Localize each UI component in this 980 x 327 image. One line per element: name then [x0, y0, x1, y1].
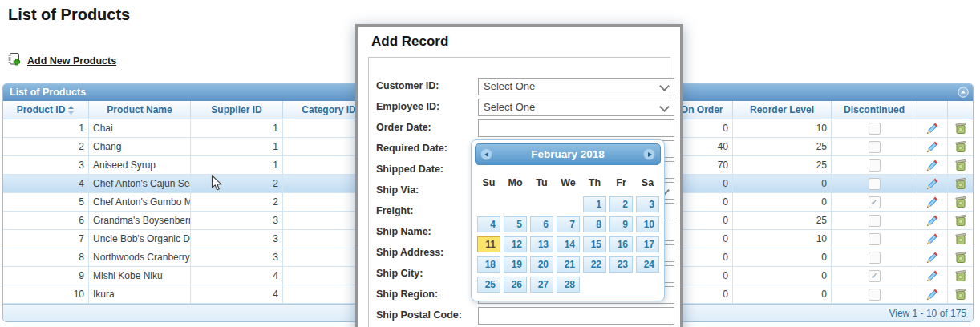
- discontinued-checkbox[interactable]: [869, 141, 881, 153]
- day-2[interactable]: 2: [609, 196, 633, 212]
- dow-Su: Su: [476, 177, 502, 188]
- day-9[interactable]: 9: [609, 216, 633, 232]
- delete-row-button[interactable]: [948, 212, 973, 229]
- delete-row-button[interactable]: [948, 156, 973, 174]
- employee-id-select[interactable]: Select One: [478, 99, 674, 116]
- column-label: Discontinued: [844, 104, 905, 115]
- edit-row-button[interactable]: [917, 119, 948, 137]
- day-7[interactable]: 7: [557, 216, 580, 232]
- delete-row-button[interactable]: [948, 193, 973, 211]
- day-25[interactable]: 25: [477, 277, 500, 293]
- day-10[interactable]: 10: [636, 216, 659, 232]
- edit-row-button[interactable]: [917, 175, 948, 192]
- day-13[interactable]: 13: [530, 236, 553, 252]
- discontinued-checkbox[interactable]: [869, 289, 881, 301]
- discontinued-checkbox[interactable]: [869, 215, 881, 227]
- day-18[interactable]: 18: [477, 256, 500, 272]
- column-header-edit[interactable]: [917, 101, 948, 119]
- day-12[interactable]: 12: [504, 236, 527, 252]
- day-11[interactable]: 11: [477, 236, 500, 252]
- delete-row-button[interactable]: [948, 119, 973, 137]
- column-header-sup[interactable]: Supplier ID: [191, 101, 283, 119]
- day-24[interactable]: 24: [636, 256, 659, 272]
- add-new-products-link[interactable]: Add New Products: [7, 52, 116, 69]
- edit-row-button[interactable]: [917, 212, 948, 229]
- calendar-week: 123: [476, 196, 662, 216]
- ship-postal-code-input[interactable]: [478, 307, 674, 325]
- day-22[interactable]: 22: [583, 256, 606, 272]
- delete-row-button[interactable]: [948, 175, 973, 192]
- column-label: Supplier ID: [211, 104, 261, 115]
- field-label: Ship Address:: [376, 247, 443, 258]
- customer-id-select[interactable]: Select One: [478, 78, 674, 95]
- day-28[interactable]: 28: [557, 277, 580, 293]
- cell-reorder-level: 25: [733, 138, 832, 155]
- day-4[interactable]: 4: [477, 216, 500, 232]
- cell-reorder-level: 25: [733, 212, 832, 229]
- day-3[interactable]: 3: [636, 196, 659, 212]
- calendar-week: 45678910: [476, 216, 662, 236]
- column-header-reo[interactable]: Reorder Level: [733, 101, 832, 119]
- delete-row-button[interactable]: [948, 230, 973, 248]
- day-16[interactable]: 16: [609, 236, 633, 252]
- delete-row-button[interactable]: [948, 138, 973, 155]
- cell-product-name: Chai: [89, 119, 191, 137]
- add-record-icon: [7, 52, 21, 69]
- day-23[interactable]: 23: [609, 256, 633, 272]
- day-1[interactable]: 1: [583, 196, 606, 212]
- dow-Sa: Sa: [634, 177, 661, 188]
- collapse-grid-button[interactable]: [958, 87, 969, 98]
- discontinued-checkbox[interactable]: [869, 178, 881, 190]
- cell-discontinued: [832, 230, 917, 248]
- day-27[interactable]: 27: [530, 277, 553, 293]
- day-8[interactable]: 8: [583, 216, 606, 232]
- cell-discontinued: [832, 248, 917, 266]
- view-range-label: View 1 - 10 of 175: [889, 308, 966, 319]
- cell-discontinued: [832, 138, 917, 155]
- discontinued-checkbox[interactable]: [869, 123, 881, 135]
- cell-discontinued: ✓: [832, 193, 917, 211]
- calendar-week: 25262728: [476, 277, 662, 297]
- discontinued-checkbox[interactable]: ✓: [869, 270, 881, 282]
- cell-product-name: Chef Anton's Cajun Seasoning: [89, 175, 191, 192]
- column-header-id[interactable]: Product ID: [3, 101, 89, 119]
- day-17[interactable]: 17: [636, 236, 659, 252]
- edit-row-button[interactable]: [917, 230, 948, 248]
- discontinued-checkbox[interactable]: [869, 252, 881, 264]
- delete-row-button[interactable]: [948, 267, 973, 285]
- edit-row-button[interactable]: [917, 285, 948, 303]
- column-header-name[interactable]: Product Name: [89, 101, 191, 119]
- day-20[interactable]: 20: [530, 256, 553, 272]
- column-header-del[interactable]: [948, 101, 973, 119]
- order-date-input[interactable]: [478, 119, 674, 137]
- day-15[interactable]: 15: [583, 236, 606, 252]
- cell-discontinued: [832, 156, 917, 174]
- day-19[interactable]: 19: [504, 256, 527, 272]
- discontinued-checkbox[interactable]: [869, 159, 881, 172]
- edit-row-button[interactable]: [917, 248, 948, 266]
- cell-reorder-level: 25: [733, 156, 832, 174]
- edit-row-button[interactable]: [917, 138, 948, 155]
- dow-Mo: Mo: [502, 177, 528, 188]
- cell-product-id: 1: [3, 119, 89, 137]
- calendar-week: 18192021222324: [476, 256, 662, 277]
- day-21[interactable]: 21: [557, 256, 580, 272]
- edit-row-button[interactable]: [917, 156, 948, 174]
- day-5[interactable]: 5: [504, 216, 527, 232]
- delete-row-button[interactable]: [948, 285, 973, 303]
- edit-row-button[interactable]: [917, 193, 948, 211]
- day-14[interactable]: 14: [557, 236, 580, 252]
- discontinued-checkbox[interactable]: ✓: [869, 196, 881, 208]
- calendar-week: 11121314151617: [476, 236, 662, 256]
- column-header-dis[interactable]: Discontinued: [832, 101, 917, 119]
- prev-month-button[interactable]: [480, 148, 492, 160]
- field-label: Ship Region:: [376, 289, 438, 300]
- delete-row-button[interactable]: [948, 248, 973, 266]
- day-6[interactable]: 6: [530, 216, 553, 232]
- next-month-button[interactable]: [643, 148, 655, 160]
- edit-row-button[interactable]: [917, 267, 948, 285]
- discontinued-checkbox[interactable]: [869, 233, 881, 245]
- day-26[interactable]: 26: [504, 277, 527, 293]
- field-row-employee-id: Employee ID:Select One: [369, 99, 670, 116]
- cell-discontinued: [832, 175, 917, 192]
